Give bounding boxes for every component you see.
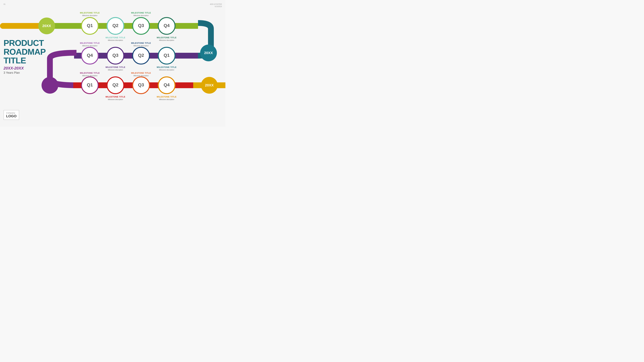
svg-text:Milestone description: Milestone description: [134, 75, 148, 77]
svg-text:Q4: Q4: [87, 53, 93, 58]
svg-text:MILESTONE TITLE: MILESTONE TITLE: [106, 36, 126, 39]
svg-text:20XX: 20XX: [42, 24, 51, 28]
svg-text:Milestone description: Milestone description: [159, 99, 174, 100]
svg-text:MILESTONE TITLE: MILESTONE TITLE: [131, 72, 151, 74]
svg-text:Milestone description: Milestone description: [134, 15, 148, 16]
svg-text:MILESTONE TITLE: MILESTONE TITLE: [80, 42, 100, 44]
svg-text:MILESTONE TITLE: MILESTONE TITLE: [131, 11, 151, 14]
page: 01 ADD A FOOTER 5/13/2019 PRODUCTROADMAP…: [0, 0, 226, 127]
svg-text:Milestone description: Milestone description: [82, 45, 98, 47]
svg-text:Milestone description: Milestone description: [108, 39, 123, 41]
svg-text:Milestone description: Milestone description: [159, 69, 174, 71]
roadmap-svg: 20XX 20XX 20XX Q1 Q2 Q3 Q4 Q4 Q3 Q2: [0, 0, 226, 127]
svg-text:20XX: 20XX: [204, 51, 213, 55]
svg-point-11: [42, 77, 58, 94]
svg-text:Milestone description: Milestone description: [82, 15, 98, 16]
svg-text:Q3: Q3: [138, 23, 144, 28]
svg-text:Q1: Q1: [164, 53, 170, 58]
svg-text:MILESTONE TITLE: MILESTONE TITLE: [106, 66, 126, 68]
svg-text:MILESTONE TITLE: MILESTONE TITLE: [80, 11, 100, 14]
svg-text:Q4: Q4: [164, 23, 170, 28]
svg-text:MILESTONE TITLE: MILESTONE TITLE: [157, 66, 176, 68]
svg-text:MILESTONE TITLE: MILESTONE TITLE: [157, 36, 176, 39]
svg-text:Q4: Q4: [164, 82, 170, 87]
svg-text:MILESTONE TITLE: MILESTONE TITLE: [106, 96, 126, 98]
svg-text:Q1: Q1: [87, 82, 93, 87]
svg-text:Q1: Q1: [87, 23, 93, 28]
svg-text:Milestone description: Milestone description: [134, 45, 148, 47]
svg-text:Milestone description: Milestone description: [108, 99, 123, 100]
svg-text:Milestone description: Milestone description: [82, 75, 98, 77]
svg-text:MILESTONE TITLE: MILESTONE TITLE: [131, 42, 151, 44]
svg-text:Q2: Q2: [138, 53, 144, 58]
svg-text:MILESTONE TITLE: MILESTONE TITLE: [157, 96, 176, 98]
svg-text:MILESTONE TITLE: MILESTONE TITLE: [80, 72, 100, 74]
svg-text:Q3: Q3: [138, 82, 144, 87]
svg-text:Q2: Q2: [112, 23, 118, 28]
svg-text:Q3: Q3: [112, 53, 118, 58]
svg-text:Milestone description: Milestone description: [108, 69, 123, 71]
svg-text:Milestone description: Milestone description: [159, 39, 174, 41]
svg-text:20XX: 20XX: [205, 83, 214, 87]
svg-text:Q2: Q2: [112, 82, 118, 87]
